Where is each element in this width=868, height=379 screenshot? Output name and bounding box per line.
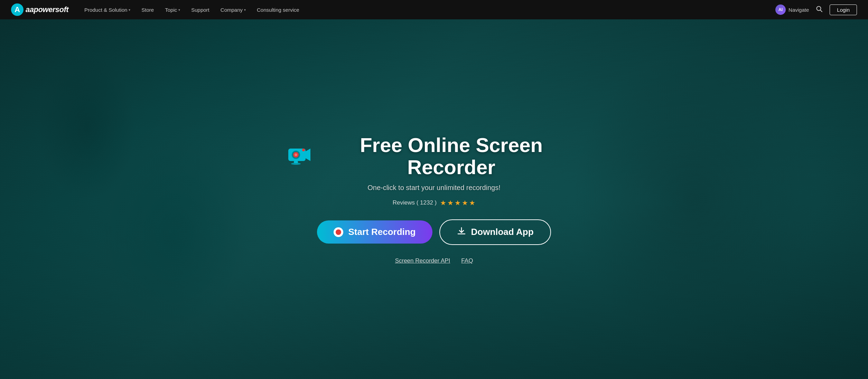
hero-content: Free Online Screen Recorder One-click to… xyxy=(279,120,590,278)
download-icon xyxy=(457,226,466,238)
star-5: ★ xyxy=(469,199,475,207)
star-3: ★ xyxy=(455,199,461,207)
svg-point-11 xyxy=(302,149,305,151)
hero-subtitle: One-click to start your unlimited record… xyxy=(367,184,501,192)
download-app-button[interactable]: Download App xyxy=(439,219,551,245)
hero-section: Free Online Screen Recorder One-click to… xyxy=(0,19,868,379)
svg-point-7 xyxy=(295,153,297,156)
star-rating: ★ ★ ★ ★ ★ xyxy=(440,199,475,207)
logo-a: a xyxy=(26,5,30,14)
svg-text:A: A xyxy=(15,5,20,14)
svg-line-3 xyxy=(820,10,822,12)
nav-item-company[interactable]: Company ▾ xyxy=(216,0,251,19)
nav-item-store[interactable]: Store xyxy=(137,0,159,19)
star-4: ★ xyxy=(462,199,468,207)
nav-item-topic[interactable]: Topic ▾ xyxy=(160,0,185,19)
chevron-down-icon-topic: ▾ xyxy=(178,8,180,12)
hero-links: Screen Recorder API FAQ xyxy=(395,257,473,264)
record-dot-icon xyxy=(334,227,343,237)
ai-navigate-button[interactable]: AI Navigate xyxy=(775,4,809,15)
hero-buttons: Start Recording Download App xyxy=(317,219,551,245)
login-button[interactable]: Login xyxy=(830,4,857,15)
chevron-down-icon-company: ▾ xyxy=(244,8,246,12)
svg-point-10 xyxy=(291,163,301,165)
faq-link[interactable]: FAQ xyxy=(461,257,473,264)
star-2: ★ xyxy=(447,199,454,207)
camera-icon xyxy=(286,142,313,170)
start-recording-button[interactable]: Start Recording xyxy=(317,220,432,244)
ai-avatar: AI xyxy=(775,4,786,15)
hero-title: Free Online Screen Recorder xyxy=(320,134,583,178)
nav-item-product[interactable]: Product & Solution ▾ xyxy=(80,0,135,19)
logo-text: aapowersoft xyxy=(26,5,68,14)
svg-marker-8 xyxy=(306,149,310,161)
nav-item-consulting[interactable]: Consulting service xyxy=(252,0,304,19)
hero-title-row: Free Online Screen Recorder xyxy=(286,134,583,178)
nav-right: AI Navigate Login xyxy=(775,4,857,16)
logo[interactable]: A aapowersoft xyxy=(11,3,68,16)
nav-items: Product & Solution ▾ Store Topic ▾ Suppo… xyxy=(80,0,775,19)
navbar: A aapowersoft Product & Solution ▾ Store… xyxy=(0,0,868,19)
search-icon[interactable] xyxy=(814,4,824,16)
hero-reviews: Reviews ( 1232 ) ★ ★ ★ ★ ★ xyxy=(393,199,476,207)
star-1: ★ xyxy=(440,199,446,207)
reviews-text: Reviews ( 1232 ) xyxy=(393,199,437,206)
chevron-down-icon: ▾ xyxy=(129,8,130,12)
screen-recorder-api-link[interactable]: Screen Recorder API xyxy=(395,257,450,264)
nav-item-support[interactable]: Support xyxy=(186,0,214,19)
